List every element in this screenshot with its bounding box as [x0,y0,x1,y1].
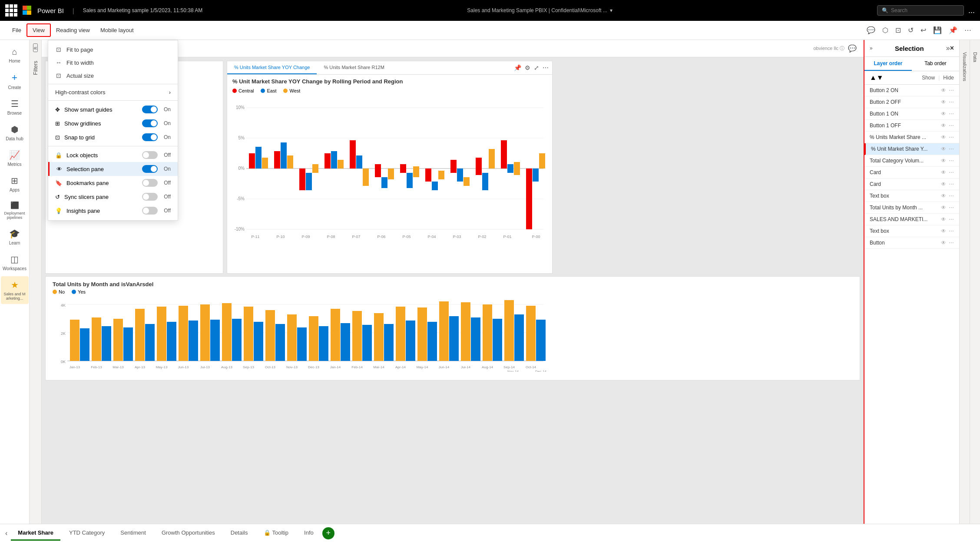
sidebar-item-learn[interactable]: 🎓 Learn [1,225,29,249]
file-button[interactable]: File [7,24,26,36]
eye-icon[interactable]: 👁 [941,216,946,222]
snap-to-grid-row[interactable]: ⊡ Snap to grid On [48,130,178,144]
chart-pin-icon[interactable]: 📌 [514,64,521,71]
save-icon[interactable]: 💾 [931,24,944,36]
sync-slicers-toggle[interactable] [142,193,158,201]
sidebar-item-home[interactable]: ⌂ Home [1,43,29,67]
chart-filter-icon[interactable]: ⚙ [525,64,530,71]
eye-icon[interactable]: 👁 [941,87,946,93]
eye-icon[interactable]: 👁 [941,193,946,199]
sel-item-pct-unit-yoy[interactable]: % Unit Market Share Y... 👁 ⋯ [864,143,959,155]
more-icon[interactable]: ⋯ [949,99,954,105]
more-icon[interactable]: ⋯ [949,181,954,187]
lock-objects-toggle[interactable] [142,151,158,159]
eye-icon[interactable]: 👁 [941,169,946,175]
sel-item-btn1on[interactable]: Button 1 ON 👁 ⋯ [864,108,959,120]
chart-tab-yoy[interactable]: % Units Market Share YOY Change [227,61,317,74]
sel-item-button[interactable]: Button 👁 ⋯ [864,237,959,249]
tab-prev-button[interactable]: ‹ [3,528,9,539]
sel-item-card1[interactable]: Card 👁 ⋯ [864,167,959,178]
more-icon[interactable]: ⋯ [949,111,954,117]
more-icon[interactable]: ⋯ [949,134,954,140]
add-tab-button[interactable]: + [322,527,334,539]
tab-details[interactable]: Details [224,526,255,541]
sel-item-btn2off[interactable]: Button 2 OFF 👁 ⋯ [864,96,959,108]
more-icon[interactable]: ⋯ [949,87,954,93]
sidebar-item-apps[interactable]: ⊞ Apps [1,172,29,196]
sel-item-pct-units[interactable]: % Units Market Share ... 👁 ⋯ [864,132,959,143]
show-gridlines-row[interactable]: ⊞ Show gridlines On [48,116,178,130]
pin-icon[interactable]: 📌 [947,24,959,36]
tab-sentiment[interactable]: Sentiment [113,526,153,541]
chart-expand-icon[interactable]: ⤢ [534,64,539,71]
sidebar-item-create[interactable]: + Create [1,69,29,93]
comment-button[interactable]: 💬 [848,44,857,53]
bookmarks-pane-row[interactable]: 🔖 Bookmarks pane Off [48,176,178,190]
sel-item-textbox2[interactable]: Text box 👁 ⋯ [864,225,959,237]
down-arrow-icon[interactable]: ▼ [877,74,884,82]
sel-item-total-cat[interactable]: Total Category Volum... 👁 ⋯ [864,155,959,167]
smart-guides-toggle[interactable] [142,106,158,113]
sidebar-item-sales[interactable]: ★ Sales and Marketing... [1,276,29,304]
insights-pane-row[interactable]: 💡 Insights pane Off [48,204,178,218]
eye-icon[interactable]: 👁 [941,111,946,117]
sidebar-item-deployment[interactable]: ⬛ Deployment pipelines [1,198,29,223]
eye-icon[interactable]: 👁 [941,181,946,187]
actual-size-item[interactable]: ⊡ Actual size [48,69,178,82]
chart-tab-r12m[interactable]: % Units Market Share R12M [317,61,391,74]
sel-item-btn2on[interactable]: Button 2 ON 👁 ⋯ [864,85,959,96]
ellipsis-icon[interactable]: ⋯ [963,24,973,36]
tab-ytd-category[interactable]: YTD Category [62,526,112,541]
undo-icon[interactable]: ↩ [919,24,928,36]
sidebar-item-datahub[interactable]: ⬢ Data hub [1,121,29,145]
sidebar-item-browse[interactable]: ☰ Browse [1,95,29,119]
sync-slicers-row[interactable]: ↺ Sync slicers pane Off [48,190,178,204]
snap-to-grid-toggle[interactable] [142,133,158,141]
tab-tooltip[interactable]: 🔒 Tooltip [257,526,296,541]
visualizations-label[interactable]: Visualizations [962,52,967,81]
bookmarks-pane-toggle[interactable] [142,179,158,187]
bookmark-icon[interactable]: ⊡ [894,24,903,36]
eye-icon[interactable]: 👁 [941,146,946,152]
search-input[interactable] [891,7,952,13]
show-smart-guides-row[interactable]: ✥ Show smart guides On [48,102,178,116]
gridlines-toggle[interactable] [142,119,158,127]
tab-growth-opportunities[interactable]: Growth Opportunities [155,526,222,541]
more-icon[interactable]: ⋯ [949,193,954,199]
panel-left-collapse-icon[interactable]: » [870,45,873,51]
selection-pane-row[interactable]: 👁 Selection pane On [48,162,178,176]
reading-view-button[interactable]: Reading view [51,24,95,36]
selection-right-icon[interactable]: » [946,44,950,52]
data-panel-label[interactable]: Data [973,52,978,62]
sel-item-total-units[interactable]: Total Units by Month ... 👁 ⋯ [864,202,959,214]
more-icon[interactable]: ⋯ [949,228,954,234]
more-options-button[interactable]: ... [968,6,975,15]
insights-pane-toggle[interactable] [142,207,158,215]
app-grid-icon[interactable] [5,4,17,17]
tab-info[interactable]: Info [297,526,321,541]
comment-icon[interactable]: 💬 [865,24,877,36]
lock-objects-row[interactable]: 🔒 Lock objects Off [48,148,178,162]
more-icon[interactable]: ⋯ [949,216,954,222]
more-icon[interactable]: ⋯ [949,169,954,175]
eye-icon[interactable]: 👁 [941,99,946,105]
app-grid-button[interactable] [5,4,17,17]
view-button[interactable]: View [26,23,51,37]
sel-item-card2[interactable]: Card 👁 ⋯ [864,178,959,190]
eye-icon[interactable]: 👁 [941,134,946,140]
more-icon[interactable]: ⋯ [949,122,954,129]
fit-to-width-item[interactable]: ↔ Fit to width [48,56,178,69]
more-icon[interactable]: ⋯ [949,146,954,152]
search-box[interactable]: 🔍 [877,5,964,16]
selection-pane-toggle[interactable] [142,165,158,173]
mobile-layout-button[interactable]: Mobile layout [95,24,139,36]
eye-icon[interactable]: 👁 [941,228,946,234]
eye-icon[interactable]: 👁 [941,158,946,164]
sync-icon[interactable]: ↺ [906,24,915,36]
tab-market-share[interactable]: Market Share [11,526,60,541]
eye-icon[interactable]: 👁 [941,240,946,246]
filters-collapse-button[interactable]: « [33,43,38,52]
selection-close-button[interactable]: × [950,44,954,52]
fit-to-page-item[interactable]: ⊡ Fit to page [48,43,178,56]
more-icon[interactable]: ⋯ [949,205,954,211]
